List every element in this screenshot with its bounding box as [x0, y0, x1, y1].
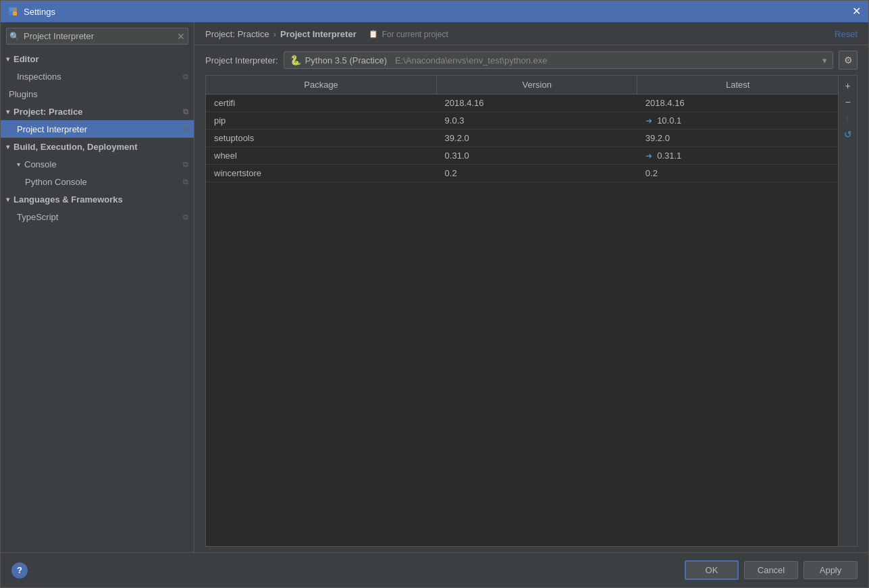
package-version: 0.31.0	[437, 147, 637, 165]
table-row[interactable]: pip9.0.3➜ 10.0.1	[206, 112, 838, 130]
sidebar-item-label: Inspections	[17, 72, 61, 82]
dropdown-arrow-icon: ▾	[822, 55, 827, 65]
upgrade-arrow-icon: ➜	[646, 151, 654, 161]
cancel-button[interactable]: Cancel	[744, 561, 798, 579]
sidebar-item-project-practice[interactable]: ▾ Project: Practice ⧉	[1, 103, 194, 120]
interpreter-row: Project Interpreter: 🐍 Python 3.5 (Pract…	[194, 45, 868, 75]
interpreter-path: E:\Anaconda\envs\env_test\python.exe	[395, 55, 548, 65]
package-table-area: Package Version Latest certifi2018.4.162…	[205, 75, 858, 547]
sidebar-item-label: Project: Practice	[14, 107, 83, 117]
package-version: 39.2.0	[437, 130, 637, 147]
sidebar-item-project-interpreter[interactable]: Project Interpreter ⧉	[1, 120, 194, 138]
add-package-button[interactable]: +	[841, 78, 855, 93]
svg-rect-0	[9, 7, 13, 11]
package-version: 0.2	[437, 165, 637, 182]
package-latest: ➜ 0.31.1	[637, 147, 838, 165]
close-button[interactable]: ✕	[851, 6, 862, 17]
package-table: Package Version Latest certifi2018.4.162…	[206, 76, 838, 182]
app-icon	[7, 6, 18, 17]
table-row[interactable]: wincertstore0.20.2	[206, 165, 838, 182]
gear-icon: ⚙	[844, 55, 853, 65]
package-name: setuptools	[206, 130, 437, 147]
svg-rect-1	[13, 11, 17, 16]
chevron-icon: ▾	[6, 55, 9, 63]
sidebar-item-editor[interactable]: ▾ Editor	[1, 50, 194, 68]
svg-rect-2	[9, 11, 13, 16]
sidebar-item-label: Plugins	[9, 89, 38, 99]
search-input[interactable]	[22, 30, 174, 43]
sidebar-item-label: TypeScript	[17, 212, 58, 222]
sidebar-item-label: Editor	[14, 54, 39, 64]
title-bar: Settings ✕	[1, 1, 868, 22]
refresh-button[interactable]: ↺	[841, 127, 855, 142]
breadcrumb-project: Project: Practice	[205, 29, 269, 39]
col-package: Package	[206, 76, 437, 95]
package-name: wheel	[206, 147, 437, 165]
col-version: Version	[437, 76, 637, 95]
package-latest: 0.2	[637, 165, 838, 182]
chevron-icon: ▾	[6, 108, 9, 115]
sidebar-item-typescript[interactable]: TypeScript ⧉	[1, 208, 194, 225]
settings-dialog: Settings ✕ 🔍 ✕ ▾ Editor Inspections ⧉	[0, 0, 869, 588]
breadcrumb-separator: ›	[273, 29, 276, 39]
col-latest: Latest	[637, 76, 838, 95]
sidebar-item-inspections[interactable]: Inspections ⧉	[1, 68, 194, 85]
sidebar-item-build-exec-deploy[interactable]: ▾ Build, Execution, Deployment	[1, 138, 194, 155]
breadcrumb-current: Project Interpreter	[280, 29, 357, 39]
dialog-body: 🔍 ✕ ▾ Editor Inspections ⧉ Plugins ▾ Pro…	[1, 22, 868, 552]
search-box[interactable]: 🔍 ✕	[6, 28, 188, 45]
window-title: Settings	[24, 7, 55, 17]
reset-link[interactable]: Reset	[835, 29, 858, 39]
chevron-icon: ▾	[6, 143, 9, 151]
svg-rect-3	[13, 7, 17, 11]
breadcrumb: Project: Practice › Project Interpreter …	[205, 29, 448, 39]
table-row[interactable]: wheel0.31.0➜ 0.31.1	[206, 147, 838, 165]
package-version: 2018.4.16	[437, 95, 637, 112]
gear-button[interactable]: ⚙	[839, 51, 858, 70]
search-icon: 🔍	[9, 32, 20, 41]
title-bar-left: Settings	[7, 6, 55, 17]
package-name: certifi	[206, 95, 437, 112]
help-button[interactable]: ?	[11, 562, 28, 579]
table-row[interactable]: setuptools39.2.039.2.0	[206, 130, 838, 147]
copy-icon: ⧉	[183, 125, 188, 134]
upgrade-arrow-icon: ➜	[646, 116, 654, 126]
sidebar: 🔍 ✕ ▾ Editor Inspections ⧉ Plugins ▾ Pro…	[1, 22, 194, 552]
copy-icon: ⧉	[183, 178, 188, 186]
interpreter-dropdown[interactable]: 🐍 Python 3.5 (Practice) E:\Anaconda\envs…	[284, 51, 833, 69]
package-version: 9.0.3	[437, 112, 637, 130]
sidebar-item-plugins[interactable]: Plugins	[1, 85, 194, 103]
search-clear-icon[interactable]: ✕	[177, 31, 185, 42]
sidebar-item-languages-frameworks[interactable]: ▾ Languages & Frameworks	[1, 190, 194, 208]
content-header: Project: Practice › Project Interpreter …	[194, 22, 868, 45]
sidebar-item-console[interactable]: ▾ Console ⧉	[1, 155, 194, 173]
package-latest: 39.2.0	[637, 130, 838, 147]
dialog-footer: ? OK Cancel Apply	[1, 552, 868, 587]
package-name: pip	[206, 112, 437, 130]
sidebar-item-label: Console	[24, 159, 57, 169]
package-table-container: Package Version Latest certifi2018.4.162…	[206, 76, 838, 546]
main-content: Project: Practice › Project Interpreter …	[194, 22, 868, 552]
table-actions: + − ↑ ↺	[838, 76, 857, 546]
sidebar-item-label: Python Console	[25, 177, 87, 187]
for-project-label: For current project	[382, 30, 448, 39]
chevron-icon: ▾	[17, 161, 20, 168]
package-latest: ➜ 10.0.1	[637, 112, 838, 130]
table-row[interactable]: certifi2018.4.162018.4.16	[206, 95, 838, 112]
for-project-icon: 📋	[369, 30, 378, 38]
sidebar-item-label: Build, Execution, Deployment	[14, 142, 137, 152]
copy-icon: ⧉	[183, 107, 188, 116]
copy-icon: ⧉	[183, 213, 188, 221]
ok-button[interactable]: OK	[685, 560, 739, 580]
python-icon: 🐍	[290, 55, 301, 65]
chevron-icon: ▾	[6, 196, 9, 203]
sidebar-item-label: Languages & Frameworks	[14, 194, 123, 205]
package-latest: 2018.4.16	[637, 95, 838, 112]
interpreter-label: Project Interpreter:	[205, 55, 278, 65]
remove-package-button[interactable]: −	[841, 95, 855, 109]
table-header-row: Package Version Latest	[206, 76, 838, 95]
sidebar-item-python-console[interactable]: Python Console ⧉	[1, 173, 194, 190]
apply-button[interactable]: Apply	[804, 561, 858, 579]
sidebar-item-label: Project Interpreter	[17, 124, 87, 134]
move-up-button[interactable]: ↑	[841, 111, 855, 126]
